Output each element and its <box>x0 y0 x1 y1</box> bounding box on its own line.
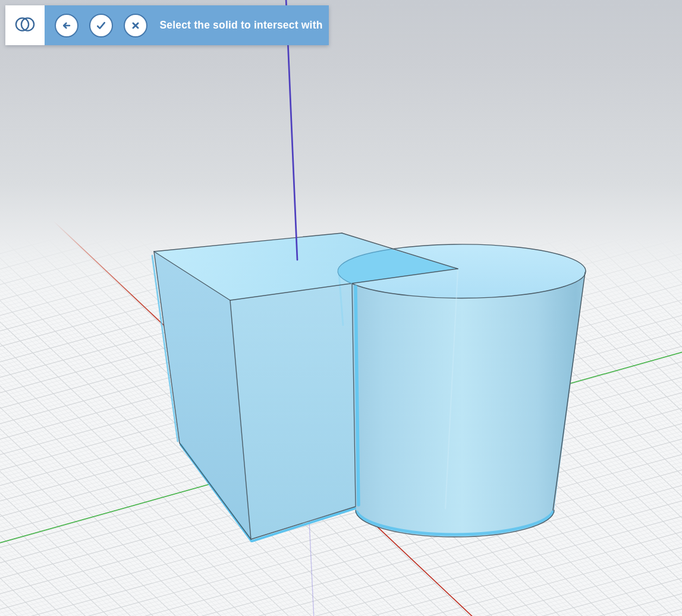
confirm-button[interactable] <box>89 14 113 37</box>
viewport-3d <box>0 0 682 616</box>
app-window: Select the solid to intersect with <box>0 0 682 616</box>
cancel-button[interactable] <box>124 14 147 37</box>
check-icon <box>94 18 108 33</box>
close-icon <box>128 18 143 33</box>
prompt-bar: Select the solid to intersect with <box>45 5 329 45</box>
prompt-text: Select the solid to intersect with <box>158 19 329 32</box>
box-front-face[interactable] <box>230 284 356 539</box>
cylinder-side-surface[interactable] <box>338 272 585 537</box>
cylinder-solid[interactable] <box>338 244 586 537</box>
intersect-circles-icon <box>14 15 36 35</box>
toolbar: Select the solid to intersect with <box>5 5 329 45</box>
arrow-left-icon <box>59 18 74 33</box>
back-button[interactable] <box>55 14 78 37</box>
intersect-tool-button[interactable] <box>5 5 45 45</box>
